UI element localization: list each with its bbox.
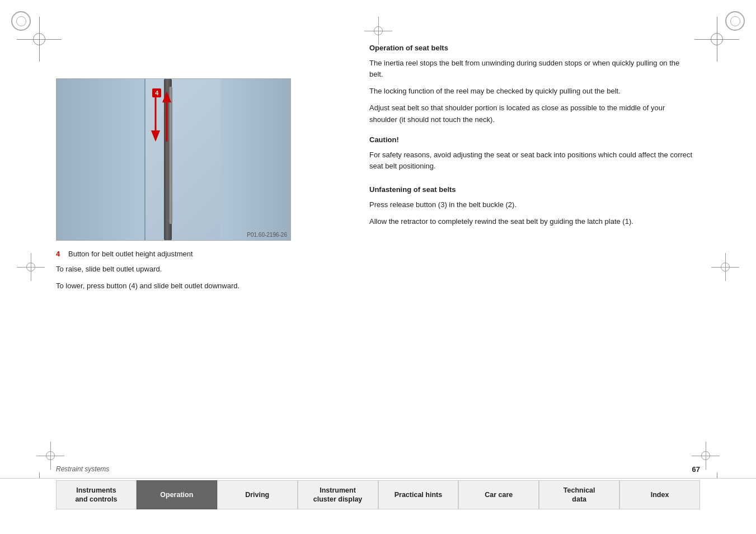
operation-para3: Adjust seat belt so that shoulder portio… (369, 102, 694, 125)
nav-tab-driving[interactable]: Driving (217, 480, 298, 509)
svg-marker-3 (162, 91, 171, 102)
nav-tab-instruments[interactable]: Instruments and controls (56, 480, 137, 509)
bottom-navigation-bar: Instruments and controlsOperationDriving… (0, 478, 756, 534)
section-name: Restraint systems (56, 465, 109, 473)
nav-tab-instrument-cluster[interactable]: Instrument cluster display (298, 480, 378, 509)
svg-marker-1 (151, 130, 160, 142)
nav-tabs: Instruments and controlsOperationDriving… (56, 480, 700, 509)
operation-para1: The inertia reel stops the belt from unw… (369, 58, 694, 80)
right-column: Operation of seat belts The inertia reel… (369, 34, 694, 227)
nav-tab-index[interactable]: Index (619, 480, 700, 509)
caution-text: For safety reasons, avoid adjusting the … (369, 149, 694, 172)
unfastening-heading: Unfastening of seat belts (369, 185, 694, 194)
left-column: 4 P01.60-2196-26 4 Button for belt outle… (56, 34, 336, 292)
image-caption: P01.60-2196-26 (247, 232, 287, 238)
reg-circle-tr (725, 11, 745, 31)
item-number: 4 (56, 250, 64, 258)
crop-mark-right (711, 253, 739, 281)
nav-tab-technical-data[interactable]: Technical data (539, 480, 619, 509)
page-footer: Restraint systems 67 (0, 460, 756, 478)
reg-circle-tl (11, 11, 31, 31)
page-number: 67 (692, 465, 700, 474)
lower-text: To lower, press button (4) and slide bel… (56, 280, 336, 292)
unfastening-para1: Press release button (3) in the belt buc… (369, 199, 694, 210)
car-illustration: 4 P01.60-2196-26 (56, 78, 291, 241)
operation-heading: Operation of seat belts (369, 44, 694, 52)
item-label: 4 Button for belt outlet height adjustme… (56, 250, 336, 258)
belt-arrows-svg (145, 86, 185, 147)
nav-tab-practical-hints[interactable]: Practical hints (378, 480, 459, 509)
unfastening-para2: Allow the retractor to completely rewind… (369, 216, 694, 227)
caution-heading: Caution! (369, 135, 694, 144)
nav-tab-operation[interactable]: Operation (137, 480, 217, 509)
item-description: Button for belt outlet height adjustment (68, 250, 193, 258)
operation-para2: The locking function of the reel may be … (369, 86, 694, 97)
page-content: 4 P01.60-2196-26 4 Button for belt outle… (56, 34, 700, 461)
crop-mark-left (17, 253, 45, 281)
raise-text: To raise, slide belt outlet upward. (56, 264, 336, 275)
item-number-badge: 4 (152, 88, 161, 97)
nav-tab-car-care[interactable]: Car care (458, 480, 539, 509)
